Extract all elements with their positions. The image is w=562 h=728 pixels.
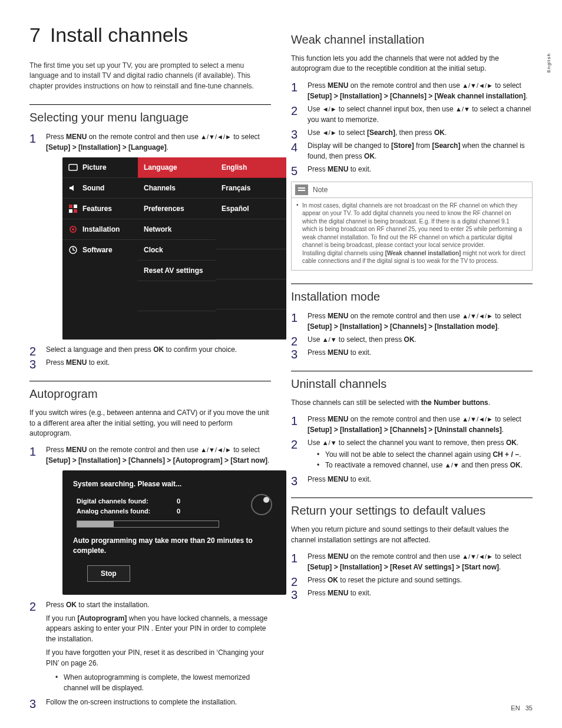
- svg-rect-0: [69, 164, 77, 170]
- sound-icon: [68, 183, 78, 193]
- svg-rect-8: [298, 187, 305, 189]
- uninstall-step-2: Use ▲/▼ to select the channel you want t…: [291, 437, 533, 470]
- auto-step-1: Press MENU on the remote control and the…: [29, 444, 271, 595]
- auto-step-3: Follow the on-screen instructions to com…: [29, 697, 271, 707]
- auto-analog-label: Analog channels found:: [77, 506, 177, 516]
- lang-step-2: Select a language and then press OK to c…: [29, 344, 271, 355]
- weak-intro: This function lets you add the channels …: [291, 54, 533, 74]
- software-icon: [68, 245, 78, 255]
- section-title-reset: Return your settings to default values: [291, 504, 533, 518]
- chapter-number: 7: [29, 24, 41, 46]
- weak-step-1: Press MENU on the remote control and the…: [291, 80, 533, 101]
- svg-rect-1: [69, 205, 72, 208]
- lang-step-1: Press MENU on the remote control and the…: [29, 131, 271, 340]
- menu-item-software: Software: [62, 240, 138, 260]
- auto-progress-bar: [77, 521, 219, 528]
- menu-item-sound: Sound: [62, 178, 138, 199]
- mode-step-2: Use ▲/▼ to select, then press OK.: [291, 334, 533, 345]
- svg-rect-9: [298, 190, 305, 191]
- footer-page-number: 35: [525, 704, 533, 711]
- side-language-tab: English: [546, 53, 551, 73]
- uninstall-bullet-2: To reactivate a removed channel, use ▲/▼…: [317, 460, 533, 470]
- features-icon: [68, 204, 78, 213]
- autoprogram-intro: If you switch wires (e.g., between anten…: [29, 408, 271, 439]
- auto-stop-button[interactable]: Stop: [87, 565, 130, 582]
- menu-item-installation: Installation: [62, 219, 138, 240]
- menu-col2-preferences: Preferences: [138, 199, 216, 219]
- auto-searching-title: System searching. Please wait...: [73, 479, 276, 489]
- auto-bullet-1: When autoprogramming is complete, the lo…: [55, 672, 271, 693]
- reset-step-3: Press MENU to exit.: [291, 588, 533, 598]
- svg-rect-4: [74, 209, 77, 213]
- menu-col3-espanol: Español: [216, 199, 286, 219]
- uninstall-bullet-1: You will not be able to select the chann…: [317, 449, 533, 460]
- menu-col2-clock: Clock: [138, 240, 216, 261]
- mode-step-3: Press MENU to exit.: [291, 347, 533, 358]
- section-title-weak: Weak channel installation: [291, 33, 533, 47]
- note-icon: [295, 185, 308, 195]
- reset-step-2: Press OK to reset the picture and sound …: [291, 575, 533, 585]
- svg-rect-3: [69, 209, 72, 213]
- auto-digital-value: 0: [177, 496, 180, 506]
- weak-step-4: Display will be changed to [Store] from …: [291, 140, 533, 162]
- chapter-title: 7Install channels: [29, 24, 271, 47]
- weak-step-2: Use ◄/► to select channel input box, the…: [291, 104, 533, 125]
- menu-col3-header: English: [216, 157, 286, 178]
- uninstall-step-3: Press MENU to exit.: [291, 474, 533, 485]
- menu-screenshot-language: Picture Sound: [62, 157, 286, 340]
- note-body: In most cases, digital channels are not …: [292, 198, 532, 270]
- section-title-language: Selecting your menu language: [29, 111, 271, 124]
- reset-step-1: Press MENU on the remote control and the…: [291, 551, 533, 572]
- menu-col3-francais: Français: [216, 178, 286, 199]
- note-title: Note: [313, 186, 328, 194]
- menu-col2-header: Language: [138, 157, 216, 178]
- picture-icon: [68, 163, 78, 172]
- menu-col2-channels: Channels: [138, 178, 216, 199]
- note-box-weak: Note In most cases, digital channels are…: [291, 182, 533, 271]
- section-title-autoprogram: Autoprogram: [29, 387, 271, 401]
- weak-step-3: Use ◄/► to select [Search], then press O…: [291, 127, 533, 138]
- auto-analog-value: 0: [177, 506, 180, 516]
- svg-point-6: [72, 228, 74, 230]
- menu-col2-reset: Reset AV settings: [138, 261, 216, 281]
- uninstall-intro: Those channels can still be selected wit…: [291, 398, 533, 408]
- mode-step-1: Press MENU on the remote control and the…: [291, 311, 533, 332]
- svg-rect-2: [74, 205, 77, 208]
- auto-step-2: Press OK to start the installation. If y…: [29, 599, 271, 693]
- gear-icon: [68, 225, 78, 234]
- page-footer: EN 35: [511, 704, 533, 711]
- weak-step-5: Press MENU to exit.: [291, 164, 533, 174]
- autoprogram-screenshot: System searching. Please wait... Digital…: [62, 470, 286, 595]
- menu-col2-network: Network: [138, 219, 216, 240]
- auto-wait-message: Auto programming may take more than 20 m…: [73, 536, 276, 556]
- auto-digital-label: Digital channels found:: [77, 496, 177, 506]
- section-title-uninstall: Uninstall channels: [291, 377, 533, 391]
- menu-item-picture: Picture: [62, 157, 138, 178]
- chapter-intro: The first time you set up your TV, you a…: [29, 61, 271, 91]
- menu-item-features: Features: [62, 199, 138, 219]
- uninstall-step-1: Press MENU on the remote control and the…: [291, 414, 533, 435]
- footer-lang: EN: [511, 704, 520, 711]
- reset-intro: When you return picture and sound settin…: [291, 525, 533, 545]
- section-title-mode: Installation mode: [291, 290, 533, 304]
- lang-step-3: Press MENU to exit.: [29, 357, 271, 368]
